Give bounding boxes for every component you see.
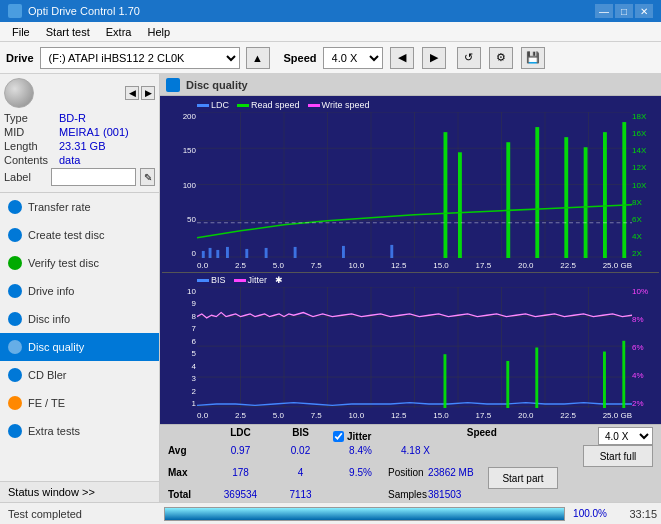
samples-val: 381503 — [428, 489, 488, 500]
max-bis: 4 — [273, 467, 328, 489]
fe-te-icon — [8, 396, 22, 410]
charts-area: LDC Read speed Write speed 200 150 100 — [160, 96, 661, 424]
jitter-label: Jitter — [347, 431, 371, 442]
avg-label: Avg — [168, 445, 208, 467]
maximize-button[interactable]: □ — [615, 4, 633, 18]
stats-total-row: Total 369534 7113 Samples 381503 — [164, 489, 657, 500]
speed-prev-button[interactable]: ◀ — [390, 47, 414, 69]
sidebar-item-transfer-rate[interactable]: Transfer rate — [0, 193, 159, 221]
legend-bis: BIS — [197, 275, 226, 285]
extra-tests-icon — [8, 424, 22, 438]
legend-jitter: Jitter — [234, 275, 268, 285]
sidebar-item-disc-info[interactable]: Disc info — [0, 305, 159, 333]
eject-button[interactable]: ▲ — [246, 47, 270, 69]
disc-icon — [4, 78, 34, 108]
max-ldc: 178 — [208, 467, 273, 489]
minimize-button[interactable]: — — [595, 4, 613, 18]
cd-bler-icon — [8, 368, 22, 382]
start-part-button[interactable]: Start part — [488, 467, 558, 489]
label-input[interactable] — [51, 168, 136, 186]
progress-area: Test completed 100.0% 33:15 — [0, 502, 661, 524]
main-content: ◀ ▶ Type BD-R MID MEIRA1 (001) Length 23… — [0, 74, 661, 502]
legend-write: Write speed — [308, 100, 370, 110]
status-window-button[interactable]: Status window >> — [0, 481, 159, 502]
create-test-icon — [8, 228, 22, 242]
avg-bis: 0.02 — [273, 445, 328, 467]
legend-ldc: LDC — [197, 100, 229, 110]
x-axis-top: 0.0 2.5 5.0 7.5 10.0 12.5 15.0 17.5 20.0… — [197, 261, 632, 270]
avg-speed: 4.18 X — [388, 445, 443, 467]
disc-next-button[interactable]: ▶ — [141, 86, 155, 100]
svg-rect-50 — [622, 341, 625, 408]
y-axis-right-top: 18X 16X 14X 12X 10X 8X 6X 4X 2X — [632, 112, 657, 258]
sidebar-item-fe-te[interactable]: FE / TE — [0, 389, 159, 417]
sidebar-item-label: Extra tests — [28, 425, 80, 437]
options-button[interactable]: ⚙ — [489, 47, 513, 69]
status-text: Test completed — [0, 508, 160, 520]
y-axis-left-top: 200 150 100 50 0 — [164, 112, 196, 258]
right-panel: Disc quality LDC Read speed — [160, 74, 661, 502]
sidebar-item-cd-bler[interactable]: CD Bler — [0, 361, 159, 389]
menu-start-test[interactable]: Start test — [38, 24, 98, 40]
svg-rect-24 — [458, 152, 462, 258]
mid-value: MEIRA1 (001) — [59, 126, 129, 138]
disc-prev-button[interactable]: ◀ — [125, 86, 139, 100]
sidebar-item-drive-info[interactable]: Drive info — [0, 277, 159, 305]
sidebar-item-label: Transfer rate — [28, 201, 91, 213]
app-icon — [8, 4, 22, 18]
svg-rect-18 — [245, 249, 248, 258]
sidebar-item-create-test-disc[interactable]: Create test disc — [0, 221, 159, 249]
sidebar-item-label: Disc quality — [28, 341, 84, 353]
refresh-button[interactable]: ↺ — [457, 47, 481, 69]
menu-extra[interactable]: Extra — [98, 24, 140, 40]
svg-rect-47 — [506, 361, 509, 408]
total-bis: 7113 — [273, 489, 328, 500]
jitter-checkbox[interactable] — [333, 431, 344, 442]
length-label: Length — [4, 140, 59, 152]
start-full-button[interactable]: Start full — [583, 445, 653, 467]
drive-select[interactable]: (F:) ATAPI iHBS112 2 CL0K — [40, 47, 240, 69]
total-ldc: 369534 — [208, 489, 273, 500]
verify-test-icon — [8, 256, 22, 270]
y-axis-right-bottom: 10% 8% 6% 4% 2% — [632, 287, 657, 408]
menu-file[interactable]: File — [4, 24, 38, 40]
jitter-checkbox-row[interactable]: Jitter — [333, 427, 371, 445]
position-val: 23862 MB — [428, 467, 488, 489]
speed-next-button[interactable]: ▶ — [422, 47, 446, 69]
disc-quality-icon — [8, 340, 22, 354]
svg-rect-26 — [535, 127, 539, 258]
speed-header: Speed — [467, 427, 507, 445]
svg-rect-25 — [506, 142, 510, 258]
ldc-header: LDC — [208, 427, 273, 445]
speed-dropdown[interactable]: 4.0 X — [598, 427, 653, 445]
transfer-rate-icon — [8, 200, 22, 214]
bottom-chart-svg — [197, 287, 632, 408]
svg-rect-22 — [390, 245, 393, 258]
samples-label: Samples — [388, 489, 428, 500]
sidebar-item-extra-tests[interactable]: Extra tests — [0, 417, 159, 445]
sidebar-item-verify-test-disc[interactable]: Verify test disc — [0, 249, 159, 277]
speed-select[interactable]: 4.0 X — [323, 47, 383, 69]
max-jitter: 9.5% — [333, 467, 388, 489]
type-value: BD-R — [59, 112, 86, 124]
sidebar: ◀ ▶ Type BD-R MID MEIRA1 (001) Length 23… — [0, 74, 160, 502]
sidebar-item-disc-quality[interactable]: Disc quality — [0, 333, 159, 361]
length-value: 23.31 GB — [59, 140, 105, 152]
save-button[interactable]: 💾 — [521, 47, 545, 69]
svg-rect-27 — [564, 137, 568, 258]
label-edit-button[interactable]: ✎ — [140, 168, 155, 186]
sidebar-item-label: CD Bler — [28, 369, 67, 381]
sidebar-menu: Transfer rate Create test disc Verify te… — [0, 193, 159, 481]
svg-rect-20 — [294, 247, 297, 258]
menu-help[interactable]: Help — [139, 24, 178, 40]
x-axis-bottom: 0.0 2.5 5.0 7.5 10.0 12.5 15.0 17.5 20.0… — [197, 411, 632, 420]
drive-label: Drive — [6, 52, 34, 64]
svg-rect-30 — [622, 122, 626, 258]
sidebar-item-label: Disc info — [28, 313, 70, 325]
avg-jitter: 8.4% — [333, 445, 388, 467]
svg-rect-15 — [209, 248, 212, 258]
sidebar-item-label: Verify test disc — [28, 257, 99, 269]
close-button[interactable]: ✕ — [635, 4, 653, 18]
svg-rect-21 — [342, 246, 345, 258]
y-axis-left-bottom: 10 9 8 7 6 5 4 3 2 1 — [164, 287, 196, 408]
